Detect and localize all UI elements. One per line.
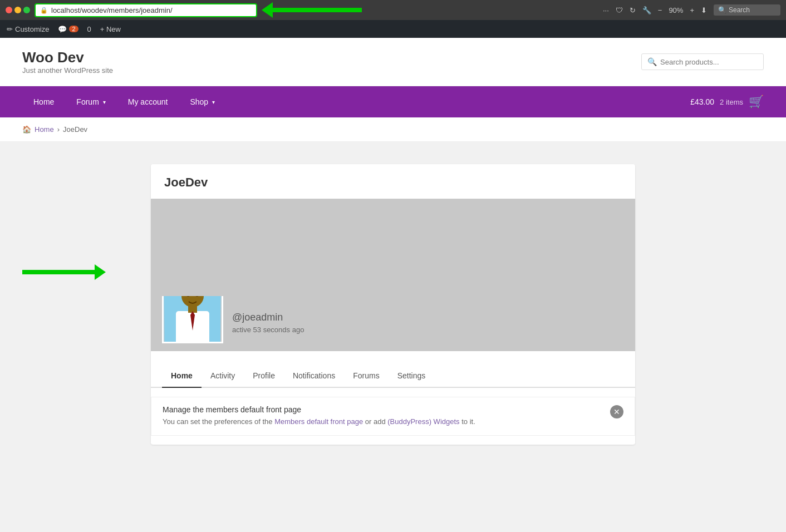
zoom-minus-button[interactable]: − [658, 6, 662, 14]
wp-admin-bar: ✏ Customize 💬 2 0 + New [0, 20, 786, 38]
search-icon: 🔍 [718, 6, 726, 14]
browser-search-box[interactable]: 🔍 Search [714, 4, 780, 16]
main-wrapper: JoeDev [0, 142, 786, 467]
nav-shop-label: Shop [190, 97, 208, 106]
download-icon[interactable]: ⬇ [701, 6, 707, 14]
drafts-count: 0 [87, 25, 91, 33]
refresh-icon[interactable]: ↻ [630, 6, 636, 14]
zoom-level: 90% [669, 6, 683, 14]
tab-settings[interactable]: Settings [389, 364, 435, 388]
cart-items-count: 2 items [720, 98, 743, 106]
tab-activity[interactable]: Activity [202, 364, 244, 388]
tools-icon[interactable]: 🔧 [642, 6, 651, 14]
tab-forums[interactable]: Forums [344, 364, 388, 388]
cart-price: £43.00 [690, 97, 714, 106]
annotation-arrow-left [22, 264, 106, 280]
nav-item-myaccount[interactable]: My account [117, 87, 179, 116]
notice-link-2[interactable]: (BuddyPress) Widgets [387, 417, 459, 426]
breadcrumb-separator: › [57, 125, 60, 134]
tab-profile[interactable]: Profile [244, 364, 284, 388]
customize-button[interactable]: ✏ Customize [7, 25, 49, 33]
site-title: Woo Dev [22, 49, 113, 66]
notice-box: Manage the members default front page Yo… [151, 397, 635, 436]
address-bar[interactable]: 🔒 localhost/woodev/members/joeadmin/ [35, 3, 257, 17]
site-header: Woo Dev Just another WordPress site 🔍 [0, 38, 786, 86]
forum-dropdown-icon: ▾ [103, 99, 106, 105]
customize-label: Customize [15, 25, 49, 33]
tab-home[interactable]: Home [162, 364, 202, 388]
browser-search-label: Search [729, 6, 750, 14]
breadcrumb-current: JoeDev [63, 125, 87, 134]
address-bar-url: localhost/woodev/members/joeadmin/ [51, 6, 173, 14]
shop-dropdown-icon: ▾ [212, 99, 215, 105]
profile-handle: @joeadmin [232, 312, 304, 323]
profile-info-bar: @joeadmin active 53 seconds ago [151, 296, 635, 351]
zoom-plus-button[interactable]: + [690, 6, 694, 14]
notice-text-before: You can set the preferences of the [163, 417, 274, 426]
pocket-icon[interactable]: 🛡 [616, 6, 623, 14]
profile-card: JoeDev [151, 164, 635, 445]
nav-item-shop[interactable]: Shop ▾ [179, 87, 226, 116]
browser-window-controls [6, 7, 30, 13]
breadcrumb-home-link[interactable]: Home [35, 125, 54, 134]
cart-icon: 🛒 [749, 95, 764, 109]
comments-badge: 2 [69, 26, 78, 32]
profile-info-text: @joeadmin active 53 seconds ago [232, 312, 304, 334]
nav-items: Home Forum ▾ My account Shop ▾ [22, 87, 690, 116]
notice-text-middle: or add [363, 417, 387, 426]
site-search-box[interactable]: 🔍 [641, 53, 764, 70]
browser-toolbar: ··· 🛡 ↻ 🔧 − 90% + ⬇ 🔍 Search [603, 4, 780, 16]
profile-active-status: active 53 seconds ago [232, 326, 304, 334]
minimize-window-button[interactable] [14, 7, 21, 13]
site-logo-area: Woo Dev Just another WordPress site [22, 49, 113, 75]
breadcrumb: 🏠 Home › JoeDev [22, 125, 764, 134]
comments-button[interactable]: 💬 2 [58, 25, 78, 33]
maximize-window-button[interactable] [23, 7, 30, 13]
nav-item-forum[interactable]: Forum ▾ [65, 87, 116, 116]
security-icon: 🔒 [40, 7, 48, 14]
notice-title: Manage the members default front page [163, 405, 603, 414]
nav-myaccount-label: My account [128, 97, 168, 106]
green-right-arrow [22, 264, 106, 280]
menu-icon[interactable]: ··· [603, 6, 609, 14]
nav-forum-label: Forum [76, 97, 99, 106]
profile-cover [151, 199, 635, 296]
new-label: + New [100, 25, 121, 33]
notice-close-button[interactable]: ✕ [610, 405, 623, 418]
new-button[interactable]: + New [100, 25, 121, 33]
nav-item-home[interactable]: Home [22, 87, 65, 116]
annotation-arrow-top [262, 2, 362, 18]
tab-notifications[interactable]: Notifications [284, 364, 344, 388]
notice-text-after: to it. [460, 417, 475, 426]
profile-tabs: Home Activity Profile Notifications Foru… [151, 364, 635, 388]
breadcrumb-bar: 🏠 Home › JoeDev [0, 117, 786, 142]
notice-content: Manage the members default front page Yo… [163, 405, 603, 427]
nav-cart[interactable]: £43.00 2 items 🛒 [690, 95, 764, 109]
profile-header-title: JoeDev [151, 164, 635, 199]
customize-icon: ✏ [7, 25, 13, 33]
browser-chrome: 🔒 localhost/woodev/members/joeadmin/ ···… [0, 0, 786, 20]
search-icon: 🔍 [647, 57, 657, 66]
site-search-input[interactable] [660, 58, 758, 66]
content-area: JoeDev [151, 164, 635, 445]
drafts-button[interactable]: 0 [87, 25, 91, 33]
home-icon: 🏠 [22, 125, 31, 134]
comment-icon: 💬 [58, 25, 67, 33]
notice-link-1[interactable]: Members default front page [274, 417, 363, 426]
notice-text: You can set the preferences of the Membe… [163, 416, 603, 427]
nav-bar: Home Forum ▾ My account Shop ▾ £43.00 2 … [0, 86, 786, 117]
close-window-button[interactable] [6, 7, 12, 13]
site-tagline: Just another WordPress site [22, 66, 113, 75]
nav-home-label: Home [33, 97, 54, 106]
